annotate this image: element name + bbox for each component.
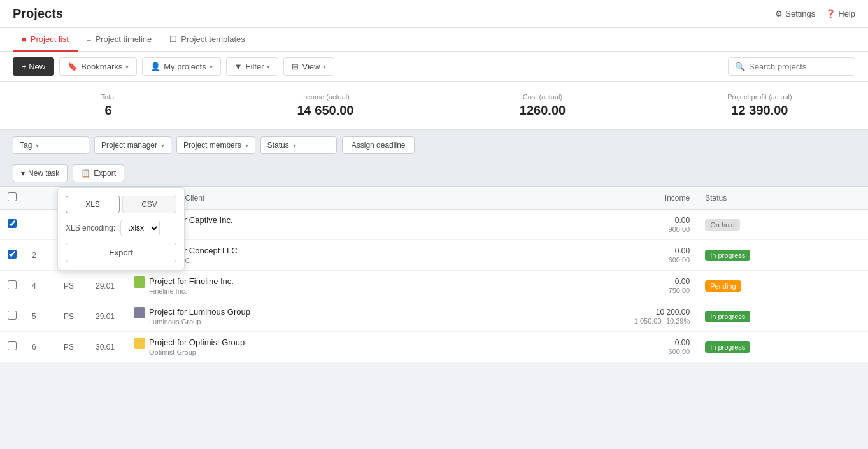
row-date: 30.01: [88, 332, 126, 362]
my-projects-button[interactable]: 👤 My projects ▾: [142, 57, 220, 76]
assign-deadline-button[interactable]: Assign deadline: [342, 136, 415, 154]
row-project-cell: Project for Luminous Group Luminous Grou…: [126, 301, 497, 332]
row-date: 29.01: [88, 301, 126, 332]
encoding-select[interactable]: .xlsx .xls: [120, 220, 160, 236]
folder-icon: [134, 276, 145, 288]
folder-icon: [134, 338, 145, 349]
select-all-checkbox[interactable]: [8, 192, 17, 201]
export-button[interactable]: 📋 Export: [73, 164, 124, 182]
new-button[interactable]: + New: [13, 57, 54, 76]
row-income: 10 200.00: [505, 308, 690, 317]
project-name[interactable]: Project for Fineline Inc.: [149, 276, 234, 286]
row-income-cell: 10 200.00 1 050.00 10.29%: [497, 301, 697, 332]
export-confirm-button[interactable]: Export: [66, 243, 176, 262]
row-num: 6: [24, 332, 56, 362]
filter-icon: ▼: [234, 62, 243, 71]
row-cost: 900.00: [669, 225, 690, 233]
stat-income: Income (actual) 14 650.00: [217, 88, 434, 123]
bookmarks-button[interactable]: 🔖 Bookmarks ▾: [59, 57, 137, 76]
row-income: 0.00: [505, 338, 690, 347]
status-badge: In progress: [705, 311, 750, 322]
tab-project-list[interactable]: ■ Project list: [13, 28, 78, 52]
row-status-cell: Pending: [697, 271, 868, 301]
status-badge: In progress: [705, 250, 750, 261]
table-row: 4 PS 29.01 Project for Fineline Inc. Fin…: [0, 271, 868, 301]
row-status-cell: In progress: [697, 301, 868, 332]
row-checkbox[interactable]: [8, 250, 17, 259]
encoding-label: XLS encoding:: [66, 224, 115, 232]
row-type: PS: [56, 332, 88, 362]
row-income: 0.00: [505, 277, 690, 286]
view-icon: ⊞: [292, 62, 299, 71]
project-client: Fineline Inc.: [149, 287, 234, 295]
export-tab-csv[interactable]: CSV: [122, 196, 176, 213]
manager-filter[interactable]: Project manager ▾: [94, 136, 171, 154]
row-income-cell: 0.00 600.00: [497, 240, 697, 271]
row-project-cell: Project for Optimist Group Optimist Grou…: [126, 332, 497, 362]
row-num: 4: [24, 271, 56, 301]
new-task-button[interactable]: ▾ New task: [13, 164, 68, 182]
filter-chevron: ▾: [267, 63, 270, 70]
encoding-row: XLS encoding: .xlsx .xls: [66, 220, 176, 236]
search-input[interactable]: [749, 62, 848, 71]
row-type: PS: [56, 301, 88, 332]
help-link[interactable]: ❓ Help: [825, 9, 855, 18]
view-button[interactable]: ⊞ View ▾: [283, 57, 334, 76]
status-badge: Pending: [705, 280, 741, 292]
status-filter[interactable]: Status ▾: [260, 136, 337, 154]
col-income: Income: [497, 187, 697, 210]
export-tab-xls[interactable]: XLS: [66, 196, 120, 213]
project-name[interactable]: Project for Luminous Group: [149, 307, 250, 317]
header-actions: ⚙ Settings ❓ Help: [775, 9, 855, 18]
search-box[interactable]: 🔍: [728, 57, 855, 76]
row-checkbox[interactable]: [8, 280, 17, 289]
row-profit-pct: 10.29%: [666, 317, 690, 325]
row-checkbox-cell[interactable]: [0, 301, 24, 332]
toolbar: + New 🔖 Bookmarks ▾ 👤 My projects ▾ ▼ Fi…: [0, 52, 868, 82]
export-icon: 📋: [81, 169, 90, 178]
row-income: 0.00: [505, 216, 690, 225]
stat-cost: Cost (actual) 1260.00: [434, 88, 651, 123]
tab-project-timeline[interactable]: ≡ Project timeline: [78, 28, 160, 52]
members-filter[interactable]: Project members ▾: [176, 136, 255, 154]
row-checkbox-cell[interactable]: [0, 332, 24, 362]
row-cost: 750.00: [669, 287, 690, 294]
filter-bar: Tag ▾ Project manager ▾ Project members …: [0, 130, 868, 160]
row-type: PS: [56, 271, 88, 301]
new-task-icon: ▾: [21, 169, 25, 178]
action-bar: ▾ New task 📋 Export XLS CSV XLS encoding…: [0, 160, 868, 187]
row-checkbox[interactable]: [8, 311, 17, 320]
row-cost: 1 050.00: [634, 317, 662, 325]
top-header: Projects ⚙ Settings ❓ Help: [0, 0, 868, 28]
project-list-icon: ■: [22, 34, 27, 44]
bookmark-icon: 🔖: [68, 62, 78, 71]
project-client: Optimist Group: [149, 348, 245, 356]
col-num: [24, 187, 56, 210]
row-cost: 600.00: [669, 348, 690, 355]
row-status-cell: In progress: [697, 240, 868, 271]
tab-project-templates[interactable]: ☐ Project templates: [160, 28, 253, 52]
settings-link[interactable]: ⚙ Settings: [775, 9, 815, 18]
filter-button[interactable]: ▼ Filter ▾: [226, 57, 279, 76]
folder-icon: [134, 307, 145, 318]
row-checkbox-cell[interactable]: [0, 210, 24, 240]
row-income: 0.00: [505, 246, 690, 255]
status-badge: On hold: [705, 219, 740, 231]
row-income-cell: 0.00 750.00: [497, 271, 697, 301]
row-checkbox[interactable]: [8, 219, 17, 228]
stats-bar: Total 6 Income (actual) 14 650.00 Cost (…: [0, 82, 868, 130]
row-num: 2: [24, 240, 56, 271]
project-name[interactable]: Project for Optimist Group: [149, 338, 245, 347]
search-icon: 🔍: [735, 62, 745, 71]
row-num: 5: [24, 301, 56, 332]
row-checkbox[interactable]: [8, 341, 17, 350]
row-status-cell: On hold: [697, 210, 868, 240]
my-projects-icon: 👤: [150, 62, 160, 71]
tag-filter[interactable]: Tag ▾: [13, 136, 89, 154]
table-row: 5 PS 29.01 Project for Luminous Group Lu…: [0, 301, 868, 332]
project-client: Luminous Group: [149, 318, 250, 325]
stat-total: Total 6: [0, 88, 217, 123]
row-checkbox-cell[interactable]: [0, 271, 24, 301]
row-checkbox-cell[interactable]: [0, 240, 24, 271]
export-popup: XLS CSV XLS encoding: .xlsx .xls Export: [57, 187, 185, 271]
